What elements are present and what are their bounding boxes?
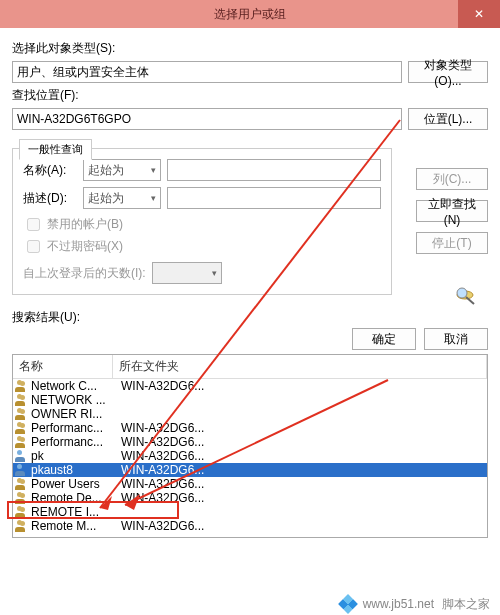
- table-row[interactable]: pkWIN-A32DG6...: [13, 449, 487, 463]
- name-label: 名称(A):: [23, 162, 77, 179]
- col-folder[interactable]: 所在文件夹: [113, 355, 487, 378]
- last-login-select: ▾: [152, 262, 222, 284]
- cell-name: pkaust8: [31, 463, 115, 477]
- col-name[interactable]: 名称: [13, 355, 113, 378]
- columns-button[interactable]: 列(C)...: [416, 168, 488, 190]
- group-icon: [15, 422, 29, 434]
- group-icon: [15, 478, 29, 490]
- cell-name: Performanc...: [31, 421, 115, 435]
- cell-folder: WIN-A32DG6...: [115, 519, 487, 533]
- watermark: www.jb51.net 脚本之家: [0, 593, 500, 615]
- title-bar: 选择用户或组 ✕: [0, 0, 500, 28]
- location-button[interactable]: 位置(L)...: [408, 108, 488, 130]
- group-icon: [15, 436, 29, 448]
- location-label: 查找位置(F):: [12, 87, 79, 104]
- cell-folder: WIN-A32DG6...: [115, 477, 487, 491]
- close-button[interactable]: ✕: [458, 0, 500, 28]
- logo-icon: [338, 594, 358, 614]
- table-row[interactable]: NETWORK ...: [13, 393, 487, 407]
- magnifier-icon: [452, 284, 482, 306]
- find-now-button[interactable]: 立即查找(N): [416, 200, 488, 222]
- group-icon: [15, 506, 29, 518]
- table-row[interactable]: OWNER RI...: [13, 407, 487, 421]
- desc-op-select[interactable]: 起始为▾: [83, 187, 161, 209]
- cell-folder: WIN-A32DG6...: [115, 463, 487, 477]
- common-query-group: 一般性查询 名称(A): 起始为▾ 描述(D): 起始为▾ 禁用的帐户(B) 不…: [12, 148, 392, 295]
- cell-folder: WIN-A32DG6...: [115, 491, 487, 505]
- name-op-select[interactable]: 起始为▾: [83, 159, 161, 181]
- cell-name: pk: [31, 449, 115, 463]
- stop-button[interactable]: 停止(T): [416, 232, 488, 254]
- table-row[interactable]: Performanc...WIN-A32DG6...: [13, 421, 487, 435]
- location-field[interactable]: [12, 108, 402, 130]
- object-type-field[interactable]: [12, 61, 402, 83]
- search-results-label: 搜索结果(U):: [12, 309, 488, 326]
- cell-name: Performanc...: [31, 435, 115, 449]
- cell-folder: WIN-A32DG6...: [115, 379, 487, 393]
- cell-name: Network C...: [31, 379, 115, 393]
- cell-folder: WIN-A32DG6...: [115, 435, 487, 449]
- table-row[interactable]: REMOTE I...: [13, 505, 487, 519]
- table-row[interactable]: Network C...WIN-A32DG6...: [13, 379, 487, 393]
- disabled-accounts-check[interactable]: 禁用的帐户(B): [23, 215, 381, 234]
- cell-folder: WIN-A32DG6...: [115, 421, 487, 435]
- table-row[interactable]: Power UsersWIN-A32DG6...: [13, 477, 487, 491]
- cell-name: Power Users: [31, 477, 115, 491]
- object-type-label: 选择此对象类型(S):: [12, 40, 115, 57]
- cell-name: NETWORK ...: [31, 393, 115, 407]
- table-row[interactable]: Remote De...WIN-A32DG6...: [13, 491, 487, 505]
- cell-name: Remote De...: [31, 491, 115, 505]
- desc-label: 描述(D):: [23, 190, 77, 207]
- cell-name: Remote M...: [31, 519, 115, 533]
- table-header[interactable]: 名称 所在文件夹: [13, 355, 487, 379]
- cell-name: OWNER RI...: [31, 407, 115, 421]
- table-row[interactable]: pkaust8WIN-A32DG6...: [13, 463, 487, 477]
- name-input[interactable]: [167, 159, 381, 181]
- cell-folder: WIN-A32DG6...: [115, 449, 487, 463]
- last-login-label: 自上次登录后的天数(I):: [23, 265, 146, 282]
- close-icon: ✕: [474, 7, 484, 21]
- cell-name: REMOTE I...: [31, 505, 115, 519]
- table-row[interactable]: Performanc...WIN-A32DG6...: [13, 435, 487, 449]
- group-icon: [15, 408, 29, 420]
- table-row[interactable]: Remote M...WIN-A32DG6...: [13, 519, 487, 533]
- ok-button[interactable]: 确定: [352, 328, 416, 350]
- object-type-button[interactable]: 对象类型(O)...: [408, 61, 488, 83]
- svg-point-1: [457, 288, 467, 298]
- results-table[interactable]: 名称 所在文件夹 Network C...WIN-A32DG6...NETWOR…: [12, 354, 488, 538]
- group-icon: [15, 492, 29, 504]
- user-icon: [15, 464, 29, 476]
- cancel-button[interactable]: 取消: [424, 328, 488, 350]
- chevron-down-icon: ▾: [212, 268, 217, 278]
- group-icon: [15, 394, 29, 406]
- group-icon: [15, 380, 29, 392]
- window-title: 选择用户或组: [214, 6, 286, 23]
- group-icon: [15, 520, 29, 532]
- no-expire-check[interactable]: 不过期密码(X): [23, 237, 381, 256]
- chevron-down-icon: ▾: [151, 165, 156, 175]
- user-icon: [15, 450, 29, 462]
- common-query-tab[interactable]: 一般性查询: [19, 139, 92, 160]
- chevron-down-icon: ▾: [151, 193, 156, 203]
- desc-input[interactable]: [167, 187, 381, 209]
